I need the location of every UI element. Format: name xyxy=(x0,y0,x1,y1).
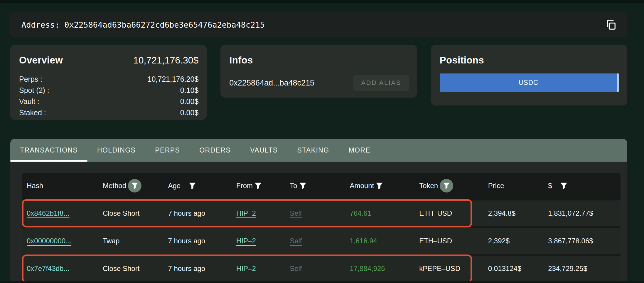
address-label: Address: 0x225864ad63ba66272cd6be3e65476… xyxy=(21,20,265,29)
overview-row-perps: Perps : 10,721,176.20$ xyxy=(19,73,198,85)
overview-card: Overview 10,721,176.30$ Perps : 10,721,1… xyxy=(10,45,207,120)
spot-label: Spot (2) : xyxy=(19,85,49,96)
tx-from-link[interactable]: HIP–2 xyxy=(236,264,290,273)
tab-label: STAKING xyxy=(297,146,329,154)
filter-icon-age[interactable] xyxy=(189,182,196,190)
tab-transactions[interactable]: TRANSACTIONS xyxy=(10,139,87,162)
tab-staking[interactable]: STAKING xyxy=(288,139,339,162)
filter-icon-method[interactable] xyxy=(128,179,141,192)
tx-hash-link[interactable]: 0x00000000... xyxy=(27,237,103,245)
tx-hash-link[interactable]: 0x7e7f43db... xyxy=(27,264,103,273)
tab-label: MORE xyxy=(349,146,371,154)
tab-label: TRANSACTIONS xyxy=(20,146,78,154)
add-alias-button[interactable]: ADD ALIAS xyxy=(353,75,409,91)
tab-holdings[interactable]: HOLDINGS xyxy=(87,139,145,162)
positions-card: Positions USDC xyxy=(431,45,627,106)
address-prefix: Address: xyxy=(21,20,64,29)
tx-amount: 764.61 xyxy=(350,209,419,217)
tab-label: HOLDINGS xyxy=(97,146,136,154)
tx-amount: 1,616.94 xyxy=(350,237,419,245)
positions-allocation-bar: USDC xyxy=(440,73,619,92)
tx-method: Close Short xyxy=(103,264,168,273)
infos-title: Infos xyxy=(229,55,253,66)
tx-from-link[interactable]: HIP–2 xyxy=(236,237,290,245)
column-label-usd: $ xyxy=(548,182,552,190)
filter-icon-amount[interactable] xyxy=(376,182,383,190)
tx-token: kPEPE–USD xyxy=(419,264,488,273)
column-header-amount: Amount xyxy=(350,182,419,190)
tab-more[interactable]: MORE xyxy=(339,139,380,162)
tx-to-link[interactable]: Self xyxy=(290,209,350,217)
tx-method: Close Short xyxy=(103,209,168,217)
tx-age: 7 hours ago xyxy=(168,237,236,245)
address-bar: Address: 0x225864ad63ba66272cd6be3e65476… xyxy=(10,12,627,37)
tx-token: ETH–USD xyxy=(419,237,488,245)
tab-label: ORDERS xyxy=(199,146,231,154)
overview-total-value: 10,721,176.30$ xyxy=(133,55,198,66)
page-content: Address: 0x225864ad63ba66272cd6be3e65476… xyxy=(10,12,627,283)
overview-title: Overview xyxy=(19,55,63,66)
tx-usd-value: 1,831,072.77$ xyxy=(548,209,621,217)
tx-price: 2,392$ xyxy=(488,237,548,245)
staked-value: 0.00$ xyxy=(180,107,199,118)
table-row: 0x00000000... Twap 7 hours ago HIP–2 Sel… xyxy=(22,228,621,254)
vault-label: Vault : xyxy=(19,96,39,107)
transactions-table: Hash Method Age From xyxy=(22,173,621,283)
tab-vaults[interactable]: VAULTS xyxy=(240,139,287,162)
column-header-price: Price xyxy=(488,182,548,190)
tab-label: PERPS xyxy=(155,146,180,154)
window-top-strip xyxy=(0,0,644,3)
address-value: 0x225864ad63ba66272cd6be3e65476a2eba48c2… xyxy=(64,20,265,29)
column-header-hash: Hash xyxy=(27,182,103,190)
overview-row-staked: Staked : 0.00$ xyxy=(19,107,198,118)
table-row: 0x8462b1f8... Close Short 7 hours ago HI… xyxy=(22,200,621,226)
tx-from-link[interactable]: HIP–2 xyxy=(236,209,290,217)
column-label-amount: Amount xyxy=(350,182,374,190)
positions-segment-end xyxy=(617,73,619,92)
positions-title: Positions xyxy=(440,55,484,66)
active-tab-underline xyxy=(10,160,87,162)
tx-age: 7 hours ago xyxy=(168,209,236,217)
positions-segment-usdc[interactable]: USDC xyxy=(440,73,617,92)
tx-age: 7 hours ago xyxy=(168,264,236,273)
table-header-row: Hash Method Age From xyxy=(22,173,621,199)
overview-row-spot: Spot (2) : 0.10$ xyxy=(19,85,198,96)
column-header-usd: $ xyxy=(548,182,621,190)
overview-row-vault: Vault : 0.00$ xyxy=(19,96,198,107)
tx-hash-link[interactable]: 0x8462b1f8... xyxy=(27,209,103,217)
tab-bar: TRANSACTIONS HOLDINGS PERPS ORDERS VAULT… xyxy=(10,139,627,162)
column-label-from: From xyxy=(236,182,253,190)
column-label-token: Token xyxy=(419,182,438,190)
explorer-section: TRANSACTIONS HOLDINGS PERPS ORDERS VAULT… xyxy=(10,139,627,283)
perps-value: 10,721,176.20$ xyxy=(148,73,199,85)
filter-icon-to[interactable] xyxy=(299,182,306,190)
window-bottom-strip xyxy=(0,281,644,283)
filter-icon-from[interactable] xyxy=(254,182,262,190)
copy-address-button[interactable] xyxy=(604,18,617,31)
tx-usd-value: 234,729.25$ xyxy=(548,264,621,273)
filter-icon-token[interactable] xyxy=(440,179,453,192)
short-address: 0x225864ad...ba48c215 xyxy=(229,78,314,88)
column-header-to: To xyxy=(290,182,350,190)
staked-label: Staked : xyxy=(19,107,46,118)
tx-usd-value: 3,867,778.06$ xyxy=(548,237,621,245)
tab-label: VAULTS xyxy=(250,146,278,154)
column-label-hash: Hash xyxy=(27,182,43,190)
filter-icon-usd[interactable] xyxy=(560,182,567,190)
tx-price: 0.013124$ xyxy=(488,264,548,273)
tx-to-link[interactable]: Self xyxy=(290,237,350,245)
column-header-from: From xyxy=(236,182,290,190)
vault-value: 0.00$ xyxy=(180,96,199,107)
tx-to-link[interactable]: Self xyxy=(290,264,350,273)
column-header-token: Token xyxy=(419,179,488,192)
tx-method: Twap xyxy=(103,237,168,245)
column-label-price: Price xyxy=(488,182,504,190)
tab-orders[interactable]: ORDERS xyxy=(190,139,240,162)
table-row: 0x7e7f43db... Close Short 7 hours ago HI… xyxy=(22,256,621,282)
tab-perps[interactable]: PERPS xyxy=(145,139,190,162)
copy-icon xyxy=(605,19,616,30)
overview-breakdown: Perps : 10,721,176.20$ Spot (2) : 0.10$ … xyxy=(19,73,198,118)
column-header-age: Age xyxy=(168,182,236,190)
tx-price: 2,394.8$ xyxy=(488,209,548,217)
infos-card: Infos 0x225864ad...ba48c215 ADD ALIAS xyxy=(220,45,417,98)
